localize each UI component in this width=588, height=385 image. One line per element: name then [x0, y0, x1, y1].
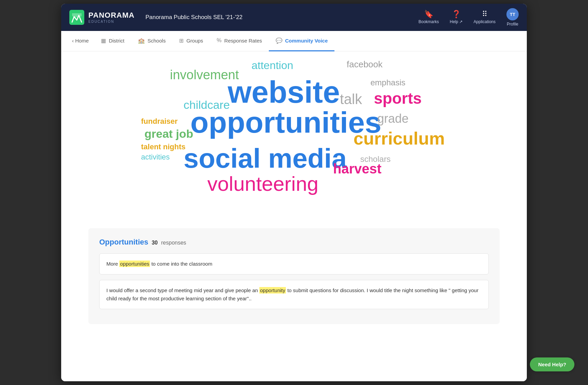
response-rates-icon: %	[217, 37, 222, 44]
district-label: District	[109, 38, 124, 44]
profile-label: Profile	[507, 22, 518, 27]
bookmark-icon: 🔖	[424, 11, 433, 18]
logo-area: PANORAMA EDUCATION	[69, 10, 135, 25]
profile-nav-action[interactable]: TT Profile	[506, 8, 519, 27]
logo-main-text: PANORAMA	[88, 11, 135, 19]
nav-schools[interactable]: 🏫 Schools	[131, 31, 172, 51]
word-cloud-word[interactable]: grade	[377, 113, 409, 125]
sub-navigation: ‹ Home ▦ District 🏫 Schools ⊞ Groups % R…	[61, 31, 527, 51]
top-navigation: PANORAMA EDUCATION Panorama Public Schoo…	[61, 4, 527, 31]
org-title: Panorama Public Schools SEL '21-'22	[145, 14, 418, 21]
response-text-after-1: to come into the classroom	[150, 261, 212, 267]
response-text-before-2: I would offer a second type of meeting m…	[106, 287, 259, 293]
groups-icon: ⊞	[179, 37, 184, 44]
nav-groups[interactable]: ⊞ Groups	[172, 31, 210, 51]
word-cloud-word[interactable]: volunteering	[207, 174, 318, 194]
logo-text: PANORAMA EDUCATION	[88, 11, 135, 23]
apps-icon: ⠿	[482, 11, 487, 18]
district-icon: ▦	[101, 37, 106, 44]
word-cloud-word[interactable]: attention	[252, 60, 293, 71]
responses-section: Opportunities 30 responses More opportun…	[88, 228, 500, 324]
word-cloud-word[interactable]: sports	[374, 90, 422, 106]
responses-label: responses	[161, 240, 186, 246]
word-cloud-word[interactable]: talent nights	[141, 143, 186, 151]
response-card-2: I would offer a second type of meeting m…	[99, 280, 489, 309]
bookmarks-label: Bookmarks	[418, 19, 439, 24]
schools-label: Schools	[148, 38, 166, 44]
word-cloud-word[interactable]: opportunities	[190, 107, 381, 137]
community-voice-label: Community Voice	[285, 38, 328, 44]
home-label: ‹ Home	[72, 38, 89, 44]
bookmarks-nav-action[interactable]: 🔖 Bookmarks	[418, 11, 439, 24]
need-help-button[interactable]: Need Help?	[530, 357, 574, 371]
word-cloud-word[interactable]: emphasis	[370, 79, 405, 87]
response-highlight-2: opportunity	[259, 287, 286, 294]
word-cloud-word[interactable]: great job	[144, 128, 193, 139]
response-highlight-1: opportunities	[119, 261, 150, 267]
response-text-before-1: More	[106, 261, 119, 267]
applications-nav-action[interactable]: ⠿ Applications	[473, 11, 496, 24]
responses-count: 30	[152, 240, 158, 246]
logo-sub-text: EDUCATION	[88, 20, 135, 23]
help-nav-action[interactable]: ❓ Help ↗	[450, 11, 463, 24]
nav-district[interactable]: ▦ District	[94, 31, 131, 51]
nav-community-voice[interactable]: 💬 Community Voice	[269, 31, 335, 51]
word-cloud-word[interactable]: facebook	[347, 60, 383, 69]
screen: PANORAMA EDUCATION Panorama Public Schoo…	[61, 4, 527, 381]
help-label: Help ↗	[450, 19, 463, 24]
main-content: attentioninvolvementwebsitefacebooktalke…	[61, 51, 527, 381]
response-rates-label: Response Rates	[224, 38, 262, 44]
word-cloud-word[interactable]: harvest	[333, 162, 381, 175]
word-cloud-container: attentioninvolvementwebsitefacebooktalke…	[61, 51, 527, 228]
applications-label: Applications	[473, 19, 496, 24]
community-voice-icon: 💬	[276, 37, 282, 44]
response-card-1: More opportunities to come into the clas…	[99, 253, 489, 274]
nav-actions: 🔖 Bookmarks ❓ Help ↗ ⠿ Applications TT P…	[418, 8, 519, 27]
word-cloud: attentioninvolvementwebsitefacebooktalke…	[82, 58, 506, 215]
word-cloud-word[interactable]: activities	[141, 153, 170, 161]
panorama-logo-icon	[69, 10, 84, 25]
schools-icon: 🏫	[138, 37, 145, 44]
word-cloud-word[interactable]: talk	[340, 92, 362, 106]
nav-home[interactable]: ‹ Home	[72, 31, 94, 51]
avatar: TT	[506, 8, 519, 20]
word-cloud-word[interactable]: curriculum	[353, 130, 445, 147]
word-cloud-word[interactable]: social media	[184, 145, 347, 172]
word-cloud-word[interactable]: fundraiser	[141, 118, 178, 125]
responses-title: Opportunities	[99, 238, 148, 247]
groups-label: Groups	[186, 38, 203, 44]
nav-response-rates[interactable]: % Response Rates	[210, 31, 269, 51]
word-cloud-word[interactable]: website	[228, 77, 340, 107]
help-icon: ❓	[452, 11, 461, 18]
responses-header: Opportunities 30 responses	[99, 238, 489, 247]
